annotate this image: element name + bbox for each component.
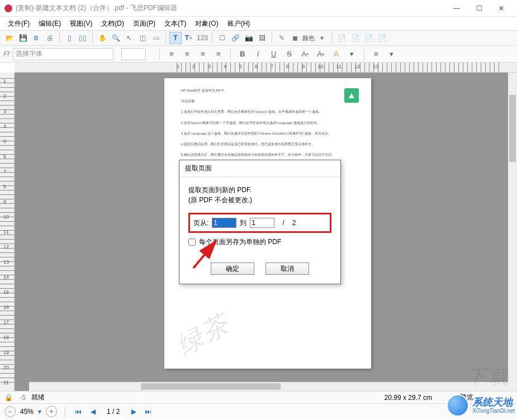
text-edit-icon[interactable]: T✎ xyxy=(183,32,195,44)
save-as-icon[interactable]: 🗎 xyxy=(30,32,42,44)
zoom-out-button[interactable]: − xyxy=(4,406,16,417)
dialog-title: 提取页面 xyxy=(179,160,340,177)
extract-pages-dialog: 提取页面 提取页面到新的 PDF. (原 PDF 不会被更改.) 页从: 到 /… xyxy=(179,160,341,284)
camera-icon[interactable]: 📷 xyxy=(243,32,255,44)
font-size-select[interactable] xyxy=(121,48,146,60)
align-right-icon[interactable]: ≡ xyxy=(196,48,210,60)
link-icon[interactable]: 🔗 xyxy=(229,32,241,44)
menu-document[interactable]: 文档(D) xyxy=(97,17,129,30)
separator xyxy=(230,49,231,60)
brand-cn: 系统天地 xyxy=(472,397,515,408)
subscript-icon[interactable]: Aa xyxy=(314,48,328,60)
open-icon[interactable]: 📂 xyxy=(3,32,16,44)
download-watermark: 下载 xyxy=(467,364,511,390)
font-family-select[interactable]: 选择字体 xyxy=(13,48,113,60)
align-left-icon[interactable]: ≡ xyxy=(164,48,179,60)
select-icon[interactable]: ↖ xyxy=(123,32,135,44)
superscript-icon[interactable]: Aa xyxy=(298,48,312,60)
page-dual-icon[interactable]: ▯▯ xyxy=(77,32,89,44)
menu-edit[interactable]: 编辑(E) xyxy=(34,17,65,30)
window-title: (复制)-新建文本文档 (2)（合并）.pdf - 飞思PDF编辑器 xyxy=(16,3,445,13)
shape-icon[interactable]: ☐ xyxy=(216,32,228,44)
prev-page-button[interactable]: ◀ xyxy=(88,407,98,417)
insert-page-icon[interactable]: 📄 xyxy=(349,32,361,44)
checkbox-row: 每个页面另存为单独的 PDF xyxy=(188,237,331,247)
separator xyxy=(59,32,60,44)
page-indicator: 1 / 2 xyxy=(107,408,120,416)
zoom-in-button[interactable]: + xyxy=(46,406,57,417)
line-spacing-icon[interactable]: ≡ xyxy=(369,48,383,60)
separator-slash: / xyxy=(282,219,284,227)
zoom-toolbar: − 45% ▾ + ⏮ ◀ 1 / 2 ▶ ⏭ xyxy=(0,403,517,419)
page-single-icon[interactable]: ▯ xyxy=(63,32,75,44)
checkbox-label: 每个页面另存为单独的 PDF xyxy=(199,237,281,247)
page-to-input[interactable] xyxy=(250,218,274,228)
status-ready: 就绪 xyxy=(31,393,45,402)
brand-watermark: 系统天地 XiTongTianDi.net xyxy=(447,394,515,417)
from-label: 页从: xyxy=(193,218,208,228)
strikethrough-icon[interactable]: S xyxy=(282,48,297,60)
ruler-vertical: 123456789101112131415161718192021 xyxy=(0,73,15,391)
rotate-page-icon[interactable]: 📄 xyxy=(362,32,374,44)
separator xyxy=(272,32,272,44)
color-swatch-icon[interactable]: ◼ xyxy=(289,32,301,44)
brand-en: XiTongTianDi.net xyxy=(472,408,515,414)
dropdown-icon[interactable]: ▾ xyxy=(385,48,399,60)
align-center-icon[interactable]: ≡ xyxy=(180,48,195,60)
underline-icon[interactable]: U xyxy=(267,48,281,60)
save-icon[interactable]: 💾 xyxy=(17,32,29,44)
page-dimensions: 20.99 x 29.7 cm xyxy=(385,394,432,402)
scrollbar-horizontal[interactable] xyxy=(29,382,508,391)
italic-icon[interactable]: I xyxy=(251,48,265,60)
text-tool-icon[interactable]: T xyxy=(169,32,182,44)
print-icon[interactable]: 🖨 xyxy=(44,32,56,44)
main-toolbar: 📂 💾 🗎 🖨 ▯ ▯▯ ✋ 🔍 ↖ ◫ ▭ T T✎ 123 ☐ 🔗 📷 🖼 … xyxy=(0,30,517,46)
menu-view[interactable]: 视图(V) xyxy=(65,17,97,30)
titlebar: (复制)-新建文本文档 (2)（合并）.pdf - 飞思PDF编辑器 — ☐ ✕ xyxy=(0,0,517,17)
text-numbers-icon[interactable]: 123 xyxy=(196,32,208,44)
font-family-icon: Ff xyxy=(3,50,10,58)
bold-icon[interactable]: B xyxy=(235,48,250,60)
to-label: 到 xyxy=(240,218,246,228)
next-page-button[interactable]: ▶ xyxy=(129,407,139,417)
document-text: RP Pixel软件 设置中文:RP P... 方法步骤 1.首先打开软件进入到… xyxy=(181,88,354,158)
menu-file[interactable]: 文件(F) xyxy=(3,17,34,30)
scrollbar-vertical[interactable] xyxy=(508,73,517,391)
dropdown-icon[interactable]: ▾ xyxy=(38,408,41,416)
maximize-button[interactable]: ☐ xyxy=(468,0,490,17)
separator xyxy=(92,32,93,44)
globe-icon xyxy=(447,394,469,417)
dialog-description: 提取页面到新的 PDF. (原 PDF 不会被更改.) xyxy=(188,185,331,205)
page-watermark: 绿茶 xyxy=(170,306,236,363)
crop-icon[interactable]: ◫ xyxy=(136,32,149,44)
object-tool-icon[interactable]: ▭ xyxy=(150,32,162,44)
eyedropper-icon[interactable]: ✎ xyxy=(276,32,288,44)
font-color-icon[interactable]: A xyxy=(329,48,344,60)
align-justify-icon[interactable]: ≡ xyxy=(211,48,226,60)
separator xyxy=(212,32,212,44)
last-page-button[interactable]: ⏭ xyxy=(143,407,153,417)
zoom-icon[interactable]: 🔍 xyxy=(110,32,122,44)
page-range-row: 页从: 到 / 2 xyxy=(188,213,331,233)
dropdown-icon[interactable]: ▾ xyxy=(316,32,328,44)
separator xyxy=(159,49,160,60)
image-icon[interactable]: 🖼 xyxy=(256,32,268,44)
close-button[interactable]: ✕ xyxy=(490,0,513,17)
page-from-input[interactable] xyxy=(212,218,236,228)
minimize-button[interactable]: — xyxy=(445,0,468,17)
menu-page[interactable]: 页面(P) xyxy=(129,17,160,30)
menubar: 文件(F) 编辑(E) 视图(V) 文档(D) 页面(P) 文本(T) 对象(O… xyxy=(0,17,517,30)
first-page-button[interactable]: ⏮ xyxy=(73,407,83,417)
delete-page-icon[interactable]: 📄 xyxy=(376,32,388,44)
extract-page-icon[interactable]: 📄 xyxy=(335,32,348,44)
menu-account[interactable]: 账户(H) xyxy=(223,17,255,30)
save-separate-checkbox[interactable] xyxy=(188,238,196,246)
cancel-button[interactable]: 取消 xyxy=(265,262,309,275)
color-label: 颜色 xyxy=(302,34,315,42)
menu-text[interactable]: 文本(T) xyxy=(160,17,191,30)
menu-object[interactable]: 对象(O) xyxy=(191,17,222,30)
hand-tool-icon[interactable]: ✋ xyxy=(96,32,108,44)
lock-icon: 🔒 xyxy=(4,394,13,402)
ok-button[interactable]: 确定 xyxy=(211,262,254,275)
dropdown-icon[interactable]: ▾ xyxy=(345,48,359,60)
